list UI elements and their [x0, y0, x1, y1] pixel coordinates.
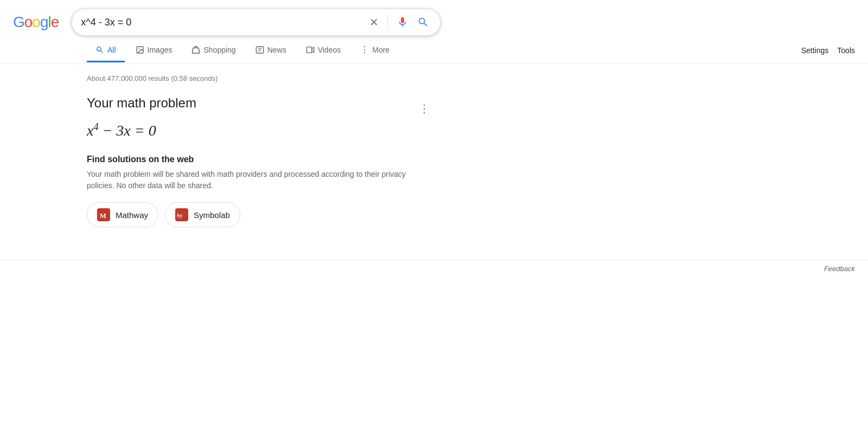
tab-videos-label: Videos: [318, 46, 341, 54]
math-card: ⋮ Your math problem x4 − 3x = 0 Find sol…: [87, 95, 434, 227]
mathway-icon: M: [97, 208, 110, 221]
mathway-button[interactable]: M Mathway: [87, 202, 158, 227]
search-button[interactable]: [415, 14, 431, 30]
tab-news[interactable]: News: [247, 39, 295, 62]
tab-more[interactable]: ⋮ More: [352, 38, 398, 63]
search-divider: [387, 16, 388, 29]
tools-link[interactable]: Tools: [837, 46, 855, 55]
shopping-icon: [192, 46, 200, 54]
mathway-label: Mathway: [116, 210, 148, 220]
google-logo[interactable]: Google: [13, 14, 59, 31]
clear-button[interactable]: ✕: [367, 14, 381, 31]
nav-tabs: All Images Shopping News Videos: [87, 38, 801, 63]
nav-bar: All Images Shopping News Videos: [0, 38, 868, 63]
search-input[interactable]: x^4 - 3x = 0: [81, 17, 363, 28]
settings-link[interactable]: Settings: [801, 46, 829, 55]
tab-all[interactable]: All: [87, 39, 125, 62]
tab-all-label: All: [107, 46, 116, 54]
logo-letter-o1: o: [24, 14, 33, 31]
mic-icon: [397, 16, 409, 28]
svg-text:M: M: [100, 212, 106, 220]
logo-letter-g2: g: [40, 14, 48, 31]
images-icon: [136, 46, 144, 54]
mathway-logo-svg: M: [98, 209, 110, 221]
tab-news-label: News: [267, 46, 286, 54]
svg-marker-7: [311, 47, 314, 52]
symbolab-icon: Sy: [175, 208, 188, 221]
symbolab-label: Symbolab: [194, 210, 230, 220]
tab-shopping-label: Shopping: [203, 46, 235, 54]
card-more-button[interactable]: ⋮: [414, 98, 434, 119]
math-equation: x4 − 3x = 0: [87, 121, 434, 139]
logo-letter-g: G: [13, 14, 24, 31]
logo-letter-o2: o: [32, 14, 40, 31]
find-solutions-heading: Find solutions on the web: [87, 155, 434, 164]
tab-shopping[interactable]: Shopping: [183, 39, 244, 62]
search-bar: x^4 - 3x = 0 ✕: [72, 9, 441, 36]
search-icon: [417, 16, 429, 28]
main-content: About 477,000,000 results (0.58 seconds)…: [0, 63, 434, 238]
news-icon: [256, 46, 264, 54]
footer-bar: Feedback: [0, 260, 868, 277]
svg-point-1: [138, 48, 139, 49]
videos-icon: [306, 46, 315, 54]
tab-images-label: Images: [148, 46, 173, 54]
tab-videos[interactable]: Videos: [297, 39, 350, 62]
tab-images[interactable]: Images: [127, 39, 181, 62]
find-solutions-description: Your math problem will be shared with ma…: [87, 169, 434, 191]
math-card-title: Your math problem: [87, 95, 434, 111]
symbolab-button[interactable]: Sy Symbolab: [165, 202, 240, 227]
results-stats: About 477,000,000 results (0.58 seconds): [87, 74, 434, 82]
header: Google x^4 - 3x = 0 ✕: [0, 0, 868, 36]
all-search-icon: [95, 46, 104, 54]
symbolab-logo-svg: Sy: [176, 209, 188, 221]
nav-settings: Settings Tools: [801, 46, 868, 55]
svg-rect-6: [307, 47, 311, 53]
tab-more-label: More: [372, 46, 390, 54]
voice-search-button[interactable]: [394, 14, 411, 30]
logo-letter-e: e: [51, 14, 59, 31]
more-dots-icon: ⋮: [360, 44, 369, 55]
feedback-link[interactable]: Feedback: [824, 265, 855, 273]
svg-text:Sy: Sy: [177, 213, 183, 219]
provider-buttons: M Mathway Sy Symbolab: [87, 202, 434, 227]
